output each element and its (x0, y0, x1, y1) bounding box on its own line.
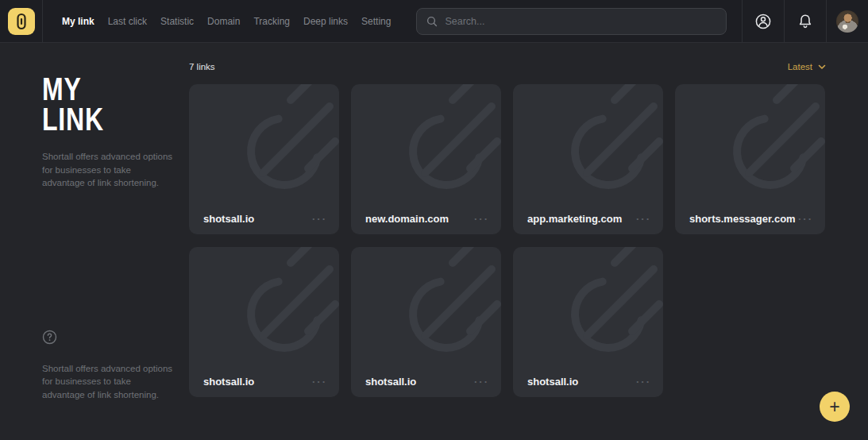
link-watermark-icon (513, 247, 663, 397)
account-button[interactable] (742, 0, 784, 42)
page-title: MY LINK (42, 74, 149, 134)
bell-icon (797, 13, 814, 30)
link-card[interactable]: shotsall.io ··· (189, 247, 339, 397)
link-card[interactable]: shotsall.io ··· (513, 247, 663, 397)
nav-item-tracking[interactable]: Tracking (253, 16, 290, 27)
link-watermark-icon (189, 247, 339, 397)
spacer (42, 190, 175, 330)
card-footer: shotsall.io ··· (365, 376, 489, 388)
link-watermark-icon (675, 84, 825, 234)
card-domain: shotsall.io (203, 213, 254, 225)
link-watermark-icon (189, 84, 339, 234)
link-card[interactable]: shorts.messager.com ··· (675, 84, 825, 234)
card-menu-button[interactable]: ··· (312, 379, 327, 385)
card-menu-button[interactable]: ··· (474, 216, 489, 222)
help-description: Shortall offers advanced options for bus… (42, 362, 175, 402)
nav-item-domain[interactable]: Domain (207, 16, 240, 27)
link-watermark-icon (513, 84, 663, 234)
card-footer: shotsall.io ··· (203, 376, 327, 388)
card-domain: shorts.messager.com (689, 213, 796, 225)
link-logo-icon (8, 8, 35, 35)
card-domain: app.marketing.com (527, 213, 622, 225)
page-title-line2: LINK (42, 102, 104, 137)
app-window: My link Last click Statistic Domain Trac… (0, 0, 868, 440)
nav-item-my-link[interactable]: My link (62, 16, 95, 27)
logo-cell (0, 0, 43, 42)
link-card[interactable]: app.marketing.com ··· (513, 84, 663, 234)
card-menu-button[interactable]: ··· (636, 216, 651, 222)
card-footer: shotsall.io ··· (527, 376, 651, 388)
main-area: MY LINK Shortall offers advanced options… (0, 43, 868, 439)
chevron-down-icon (818, 64, 826, 70)
sort-dropdown[interactable]: Latest (788, 62, 826, 71)
search-box[interactable] (416, 8, 727, 35)
links-section: 7 links Latest (189, 43, 868, 439)
card-domain: new.domain.com (365, 213, 449, 225)
search-input[interactable] (445, 16, 716, 27)
card-menu-button[interactable]: ··· (312, 216, 327, 222)
search-icon (426, 16, 438, 27)
link-watermark-icon (351, 84, 501, 234)
card-footer: new.domain.com ··· (365, 213, 489, 225)
content-header: 7 links Latest (189, 62, 826, 71)
profile-cell[interactable] (826, 0, 868, 42)
card-domain: shotsall.io (203, 376, 254, 388)
card-menu-button[interactable]: ··· (474, 379, 489, 385)
card-domain: shotsall.io (527, 376, 578, 388)
main-nav: My link Last click Statistic Domain Trac… (43, 16, 405, 27)
card-footer: shotsall.io ··· (203, 213, 327, 225)
add-link-button[interactable]: + (820, 392, 850, 422)
link-card[interactable]: shotsall.io ··· (351, 247, 501, 397)
page-description: Shortall offers advanced options for bus… (42, 150, 175, 190)
card-footer: app.marketing.com ··· (527, 213, 651, 225)
account-icon (754, 12, 773, 31)
card-menu-button[interactable]: ··· (798, 216, 813, 222)
nav-item-statistic[interactable]: Statistic (160, 16, 194, 27)
card-domain: shotsall.io (365, 376, 416, 388)
user-avatar[interactable] (836, 10, 858, 33)
link-card[interactable]: new.domain.com ··· (351, 84, 501, 234)
nav-item-setting[interactable]: Setting (361, 16, 391, 27)
links-grid: shotsall.io ··· new.domain. (189, 84, 826, 397)
nav-item-deep-links[interactable]: Deep links (303, 16, 348, 27)
nav-item-last-click[interactable]: Last click (108, 16, 147, 27)
card-footer: shorts.messager.com ··· (689, 213, 813, 225)
link-watermark-icon (351, 247, 501, 397)
help-block: Shortall offers advanced options for bus… (42, 330, 175, 402)
search-area (405, 8, 742, 35)
link-card[interactable]: shotsall.io ··· (189, 84, 339, 234)
top-bar: My link Last click Statistic Domain Trac… (0, 0, 868, 43)
left-panel: MY LINK Shortall offers advanced options… (0, 43, 189, 439)
notifications-button[interactable] (784, 0, 826, 42)
sort-label: Latest (788, 62, 812, 71)
shortall-logo[interactable] (8, 8, 35, 35)
links-count: 7 links (189, 62, 215, 71)
help-icon[interactable] (42, 330, 57, 345)
card-menu-button[interactable]: ··· (636, 379, 651, 385)
